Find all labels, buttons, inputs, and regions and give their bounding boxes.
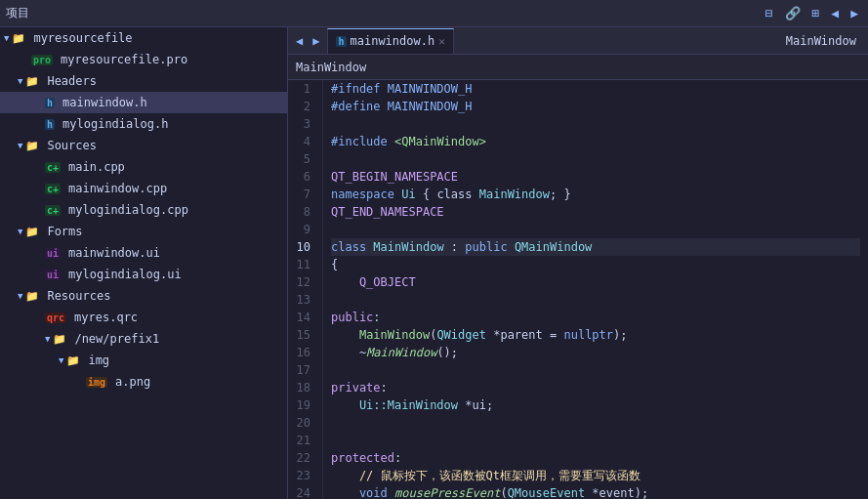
code-line-12: Q_OBJECT	[331, 273, 860, 291]
tree-item-new_prefix1[interactable]: ▼📁/new/prefix1	[0, 328, 287, 350]
code-line-5	[331, 150, 860, 168]
code-line-19: Ui::MainWindow *ui;	[331, 396, 860, 414]
code-line-17	[331, 361, 860, 379]
right-arrow-icon[interactable]: ▶	[847, 4, 862, 22]
mainwindow-tab-title: MainWindow	[774, 31, 868, 51]
line-number-3: 3	[296, 115, 314, 133]
code-line-2: #define MAINWINDOW_H	[331, 98, 860, 115]
link-icon[interactable]: 🔗	[781, 4, 805, 22]
tree-item-mylogindialog_cpp[interactable]: c+mylogindialog.cpp	[0, 199, 287, 221]
tab-close-icon[interactable]: ✕	[438, 35, 445, 48]
line-number-7: 7	[296, 186, 314, 203]
line-number-18: 18	[296, 379, 314, 396]
tree-item-mylogindialog_h[interactable]: hmylogindialog.h	[0, 113, 287, 135]
tree-item-headers[interactable]: ▼📁Headers	[0, 70, 287, 92]
code-line-15: MainWindow(QWidget *parent = nullptr);	[331, 326, 860, 344]
line-number-14: 14	[296, 309, 314, 326]
line-number-13: 13	[296, 291, 314, 309]
tree-label-mylogindialog_cpp: mylogindialog.cpp	[68, 203, 188, 217]
tree-label-mainwindow_h: mainwindow.h	[62, 96, 147, 109]
tree-item-sources[interactable]: ▼📁Sources	[0, 135, 287, 156]
tree-item-mylogindialog_ui[interactable]: uimylogindialog.ui	[0, 264, 287, 285]
tree-item-resources[interactable]: ▼📁Resources	[0, 285, 287, 307]
tree-label-forms: Forms	[47, 225, 82, 238]
tree-item-pro[interactable]: promyresourcefile.pro	[0, 49, 287, 70]
code-editor[interactable]: 1234567891011121314151617181920212223242…	[288, 80, 868, 499]
tree-label-sources: Sources	[47, 139, 97, 152]
code-line-10: class MainWindow : public QMainWindow	[331, 238, 860, 256]
tree-item-mainwindow_cpp[interactable]: c+mainwindow.cpp	[0, 178, 287, 199]
code-line-16: ~MainWindow();	[331, 344, 860, 361]
line-numbers: 1234567891011121314151617181920212223242…	[288, 80, 323, 499]
code-line-11: {	[331, 256, 860, 273]
tree-label-new_prefix1: /new/prefix1	[74, 332, 159, 346]
line-number-9: 9	[296, 221, 314, 238]
tab-bar: ◀▶hmainwindow.h✕MainWindow	[288, 27, 868, 55]
line-number-16: 16	[296, 344, 314, 361]
code-line-7: namespace Ui { class MainWindow; }	[331, 186, 860, 203]
toolbar-label: 项目	[6, 5, 758, 21]
code-line-1: #ifndef MAINWINDOW_H	[331, 80, 860, 98]
filter-icon[interactable]: ⊟	[762, 4, 777, 22]
line-number-12: 12	[296, 273, 314, 291]
line-number-19: 19	[296, 396, 314, 414]
left-arrow-icon[interactable]: ◀	[827, 4, 843, 22]
code-line-20	[331, 414, 860, 432]
line-number-11: 11	[296, 256, 314, 273]
tree-label-root: myresourcefile	[33, 31, 132, 45]
editor-area: ◀▶hmainwindow.h✕MainWindow MainWindow 12…	[288, 27, 868, 499]
tree-label-pro: myresourcefile.pro	[61, 53, 187, 66]
tab-left-icon[interactable]: ◀	[292, 32, 307, 50]
line-number-24: 24	[296, 484, 314, 499]
line-number-10: 10	[296, 238, 314, 256]
main-area: ▼📁myresourcefilepromyresourcefile.pro▼📁H…	[0, 27, 868, 499]
line-number-23: 23	[296, 467, 314, 484]
code-line-4: #include <QMainWindow>	[331, 133, 860, 150]
file-tree: ▼📁myresourcefilepromyresourcefile.pro▼📁H…	[0, 27, 288, 499]
tree-item-forms[interactable]: ▼📁Forms	[0, 221, 287, 242]
code-line-24: void mousePressEvent(QMouseEvent *event)…	[331, 484, 860, 499]
line-number-22: 22	[296, 449, 314, 467]
line-number-8: 8	[296, 203, 314, 221]
tree-label-mylogindialog_ui: mylogindialog.ui	[68, 268, 182, 281]
tab-mainwindow_h[interactable]: hmainwindow.h✕	[327, 28, 453, 54]
line-number-21: 21	[296, 432, 314, 449]
tree-item-a_png[interactable]: imga.png	[0, 371, 287, 393]
tree-item-mainwindow_ui[interactable]: uimainwindow.ui	[0, 242, 287, 264]
tree-item-main_cpp[interactable]: c+main.cpp	[0, 156, 287, 178]
code-line-21	[331, 432, 860, 449]
tab-file-icon: h	[336, 36, 346, 47]
tree-item-root[interactable]: ▼📁myresourcefile	[0, 27, 287, 49]
tree-item-mainwindow_h[interactable]: hmainwindow.h	[0, 92, 287, 113]
tree-label-a_png: a.png	[115, 375, 150, 389]
line-number-1: 1	[296, 80, 314, 98]
code-content: #ifndef MAINWINDOW_H#define MAINWINDOW_H…	[323, 80, 868, 499]
tree-label-img: img	[88, 353, 109, 367]
tree-label-main_cpp: main.cpp	[68, 160, 125, 174]
tree-label-mainwindow_cpp: mainwindow.cpp	[68, 182, 167, 195]
tree-label-mylogindialog_h: mylogindialog.h	[62, 117, 168, 131]
grid-icon[interactable]: ⊞	[808, 4, 824, 22]
line-number-2: 2	[296, 98, 314, 115]
code-line-3	[331, 115, 860, 133]
line-number-4: 4	[296, 133, 314, 150]
code-line-8: QT_END_NAMESPACE	[331, 203, 860, 221]
tree-item-img[interactable]: ▼📁img	[0, 350, 287, 371]
tree-label-myres_qrc: myres.qrc	[74, 311, 138, 324]
code-line-23: // 鼠标按下，该函数被Qt框架调用，需要重写该函数	[331, 467, 860, 484]
code-line-6: QT_BEGIN_NAMESPACE	[331, 168, 860, 186]
line-number-17: 17	[296, 361, 314, 379]
tree-label-headers: Headers	[47, 74, 97, 88]
tab-label: mainwindow.h	[351, 34, 435, 48]
line-number-15: 15	[296, 326, 314, 344]
breadcrumb-bar: MainWindow	[288, 55, 868, 80]
code-line-9	[331, 221, 860, 238]
mainwindow-label: MainWindow	[296, 61, 366, 74]
tree-item-myres_qrc[interactable]: qrcmyres.qrc	[0, 307, 287, 328]
line-number-6: 6	[296, 168, 314, 186]
tree-label-resources: Resources	[47, 289, 110, 303]
tab-right-icon[interactable]: ▶	[309, 32, 323, 50]
code-line-18: private:	[331, 379, 860, 396]
line-number-5: 5	[296, 150, 314, 168]
code-line-13	[331, 291, 860, 309]
